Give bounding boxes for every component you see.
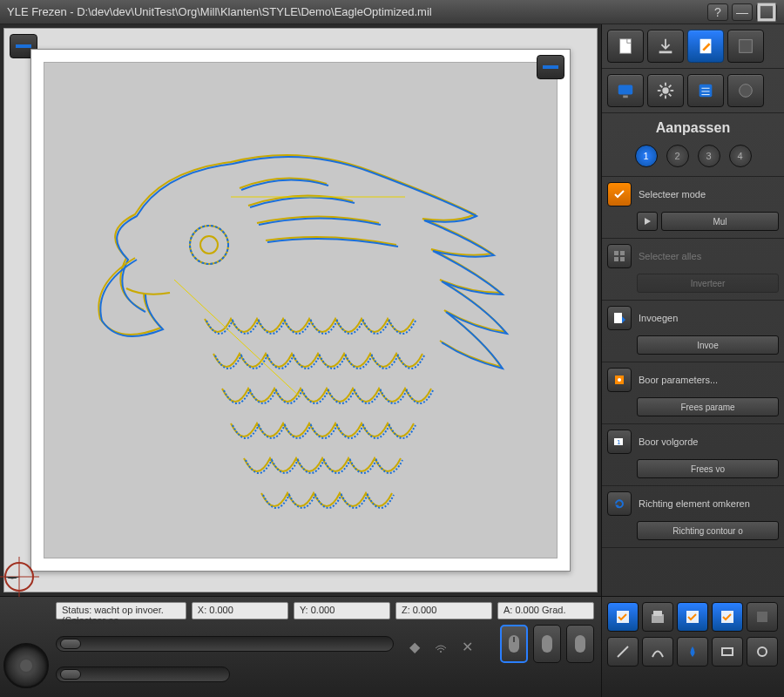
draw-arc-button[interactable]	[642, 637, 673, 667]
svg-rect-9	[620, 39, 632, 54]
mouse-mode-1[interactable]	[500, 625, 528, 663]
layer-toggle-3[interactable]	[677, 602, 708, 632]
design-viewport[interactable]	[44, 62, 558, 558]
insert-group: Invoegen Invoe	[602, 301, 784, 362]
mill-params-button[interactable]: Frees parame	[637, 397, 779, 416]
speed-slider[interactable]	[56, 667, 230, 682]
svg-point-51	[758, 647, 767, 656]
draw-tool-5[interactable]	[747, 637, 778, 667]
svg-rect-45	[653, 611, 662, 616]
svg-rect-0	[759, 4, 774, 20]
drill-params-label: Boor parameters...	[639, 375, 718, 385]
direction-label: Richting element omkeren	[639, 498, 750, 509]
layer-toggle-1[interactable]	[607, 602, 639, 632]
wifi-icon[interactable]	[432, 638, 449, 655]
svg-rect-42	[575, 635, 585, 653]
svg-rect-40	[513, 637, 515, 642]
canvas-frame	[30, 49, 571, 572]
direction-group: Richting element omkeren Richting contou…	[602, 486, 784, 548]
svg-rect-12	[740, 40, 753, 53]
step-1[interactable]: 1	[635, 145, 658, 167]
status-text: Status: wacht op invoer. (Selecteer ee	[56, 602, 186, 619]
coord-z: Z: 0.000	[395, 602, 492, 619]
canvas-area[interactable]	[3, 28, 598, 592]
svg-line-49	[618, 646, 628, 657]
svg-point-35	[618, 378, 621, 382]
bottom-right-tools	[601, 597, 784, 697]
edit-document-button[interactable]	[687, 30, 724, 63]
list-button[interactable]	[687, 74, 724, 107]
svg-rect-31	[614, 257, 618, 261]
diamond-icon[interactable]: ◆	[406, 638, 423, 655]
layer-toggle-5[interactable]	[747, 602, 778, 632]
insert-button[interactable]: Invoe	[637, 335, 779, 355]
coord-a: A: 0.000 Grad.	[497, 602, 594, 619]
reverse-direction-icon[interactable]	[607, 491, 632, 516]
feed-slider[interactable]	[56, 636, 394, 652]
step-4[interactable]: 4	[729, 145, 752, 167]
drill-params-icon[interactable]	[607, 368, 632, 392]
coord-x: X: 0.000	[192, 602, 288, 619]
contour-direction-button[interactable]: Richting contour o	[637, 521, 779, 540]
wizard-steps: 1 2 3 4	[602, 139, 784, 177]
panel-section-title: Aanpassen	[602, 113, 784, 139]
play-button[interactable]	[637, 212, 658, 231]
drill-params-group: Boor parameters... Frees parame	[602, 362, 784, 424]
select-mode-button[interactable]: Mul	[661, 212, 779, 231]
panel-toggle-right[interactable]	[537, 55, 564, 79]
maximize-button[interactable]	[756, 3, 777, 21]
svg-rect-50	[722, 648, 733, 655]
titlebar: YLE Frezen - D:\dev\dev\UnitTest\Org\Mil…	[0, 0, 784, 24]
drill-order-icon[interactable]: 1	[607, 430, 632, 454]
mouse-mode-3[interactable]	[566, 625, 594, 663]
checkbox-icon[interactable]	[607, 182, 632, 206]
svg-rect-33	[614, 313, 622, 323]
grid-icon[interactable]	[607, 244, 632, 268]
svg-rect-13	[618, 85, 633, 95]
svg-point-28	[740, 85, 753, 98]
eagle-toolpath-drawing	[57, 84, 544, 537]
svg-line-21	[669, 94, 672, 97]
insert-label: Invoegen	[639, 313, 678, 323]
svg-point-2	[190, 226, 228, 264]
minimize-button[interactable]: —	[732, 3, 753, 21]
svg-line-4	[174, 280, 301, 397]
mouse-mode-2[interactable]	[533, 625, 561, 663]
mill-order-button[interactable]: Frees vo	[637, 459, 779, 478]
draw-line-button[interactable]	[607, 637, 639, 667]
insert-icon[interactable]	[607, 306, 632, 330]
svg-text:1: 1	[617, 438, 621, 446]
coord-y: Y: 0.000	[294, 602, 390, 619]
svg-rect-32	[620, 257, 625, 261]
step-3[interactable]: 3	[698, 145, 720, 167]
svg-rect-30	[620, 251, 625, 255]
svg-line-23	[669, 85, 672, 88]
download-button[interactable]	[647, 30, 684, 63]
display-button[interactable]	[607, 74, 644, 107]
drill-order-group: 1 Boor volgorde Frees vo	[602, 424, 784, 486]
layer-toggle-2[interactable]	[642, 602, 673, 632]
help-button[interactable]: ?	[707, 3, 728, 21]
invert-selection-button[interactable]: Inverteer	[637, 274, 779, 293]
svg-rect-10	[659, 51, 672, 54]
bottom-bar: Status: wacht op invoer. (Selecteer ee X…	[0, 596, 784, 697]
new-file-button[interactable]	[607, 30, 644, 63]
step-2[interactable]: 2	[666, 145, 689, 167]
select-mode-label: Selecteer mode	[639, 189, 706, 200]
origin-marker-icon	[0, 557, 39, 597]
cross-icon[interactable]: ✕	[458, 638, 476, 655]
svg-rect-24	[700, 85, 713, 98]
svg-line-22	[660, 94, 663, 97]
drill-order-label: Boor volgorde	[639, 436, 699, 447]
tool-button-8[interactable]	[727, 74, 764, 107]
svg-point-15	[662, 87, 668, 93]
svg-point-3	[200, 236, 218, 254]
layer-toggle-4[interactable]	[712, 602, 743, 632]
draw-drop-button[interactable]	[677, 637, 708, 667]
select-all-label: Selecteer alles	[639, 251, 701, 261]
settings-gear-button[interactable]	[647, 74, 684, 107]
draw-rect-button[interactable]	[712, 637, 743, 667]
window-title: YLE Frezen - D:\dev\dev\UnitTest\Org\Mil…	[7, 5, 704, 18]
toolbar-row-2	[602, 69, 784, 113]
tool-button-4[interactable]	[727, 30, 764, 63]
